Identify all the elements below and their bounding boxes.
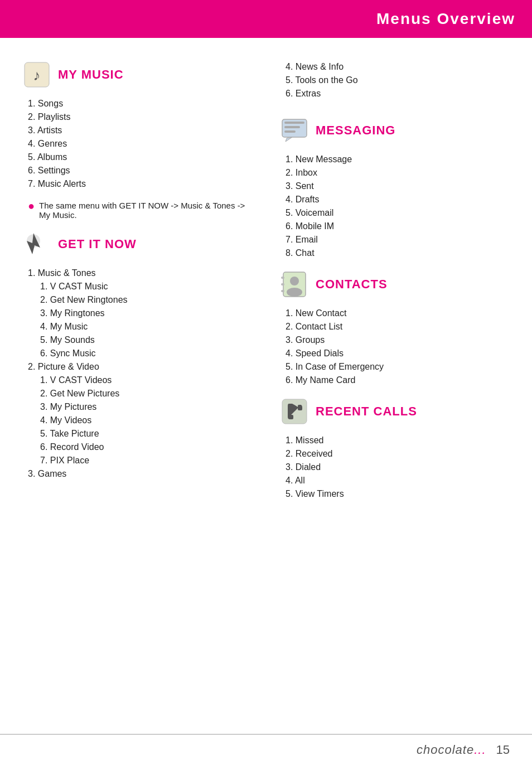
recent-calls-header: RECENT CALLS — [280, 397, 510, 426]
list-item: 1. Music & Tones — [28, 267, 252, 280]
list-item: 2. Contact List — [286, 320, 510, 333]
header: Menus Overview — [0, 0, 532, 38]
list-item: 3. Sent — [286, 180, 510, 193]
list-item: 5. Tools on the Go — [286, 74, 510, 87]
svg-point-10 — [290, 277, 299, 285]
list-item: 6. Extras — [286, 87, 510, 100]
list-item: 4. My Videos — [28, 414, 252, 427]
list-item: 2. Received — [286, 447, 510, 461]
page-number: 15 — [496, 743, 510, 757]
list-item: 7. PIX Place — [28, 454, 252, 467]
brand-logo: chocolate... — [417, 743, 486, 757]
list-item: 3. Games — [28, 467, 252, 481]
list-item: 8. Chat — [286, 246, 510, 260]
note-text: The same menu with GET IT NOW -> Music &… — [39, 201, 252, 220]
list-item: 5. My Sounds — [28, 333, 252, 347]
bullet-icon: ● — [28, 200, 35, 212]
list-item: 1. V CAST Music — [28, 280, 252, 293]
list-item: 6. Mobile IM — [286, 220, 510, 233]
footer: chocolate... 15 — [0, 734, 532, 765]
list-item: 1. Songs — [28, 97, 252, 110]
svg-rect-12 — [281, 277, 284, 279]
contacts-header: CONTACTS — [280, 270, 510, 299]
list-item: 7. Email — [286, 233, 510, 246]
contacts-title: CONTACTS — [316, 277, 388, 292]
my-music-list: 1. Songs 2. Playlists 3. Artists 4. Genr… — [22, 97, 252, 191]
recent-calls-title: RECENT CALLS — [316, 404, 417, 419]
messaging-title: MESSAGING — [316, 123, 395, 138]
list-item: 5. Voicemail — [286, 206, 510, 220]
messaging-header: MESSAGING — [280, 116, 510, 145]
list-item: 4. Speed Dials — [286, 347, 510, 360]
svg-rect-14 — [281, 290, 284, 292]
list-item: 6. Settings — [28, 164, 252, 177]
contacts-icon — [280, 270, 309, 299]
list-item: 2. Playlists — [28, 110, 252, 124]
messaging-list: 1. New Message 2. Inbox 3. Sent 4. Draft… — [280, 153, 510, 260]
list-item: 3. Artists — [28, 124, 252, 137]
list-item: 4. Drafts — [286, 193, 510, 206]
list-item: 3. My Pictures — [28, 400, 252, 414]
svg-rect-5 — [284, 122, 304, 124]
list-item: 5. In Case of Emergency — [286, 360, 510, 374]
recent-calls-icon — [280, 397, 309, 426]
list-item: 1. Missed — [286, 434, 510, 447]
contacts-list: 1. New Contact 2. Contact List 3. Groups… — [280, 307, 510, 387]
list-item: 5. Albums — [28, 151, 252, 164]
list-item: 6. Sync Music — [28, 347, 252, 360]
get-it-now-title: GET IT NOW — [58, 237, 137, 251]
svg-text:♪: ♪ — [33, 67, 41, 84]
list-item: 2. Get New Pictures — [28, 387, 252, 400]
list-item: 4. News & Info — [286, 60, 510, 74]
right-column: 4. News & Info 5. Tools on the Go 6. Ext… — [269, 55, 510, 511]
my-music-icon: ♪ — [22, 60, 51, 89]
recent-calls-list: 1. Missed 2. Received 3. Dialed 4. All 5… — [280, 434, 510, 501]
list-item: 6. My Name Card — [286, 374, 510, 387]
get-it-now-extra-list: 4. News & Info 5. Tools on the Go 6. Ext… — [280, 60, 510, 100]
get-it-now-header: GET IT NOW — [22, 230, 252, 259]
list-item: 7. Music Alerts — [28, 177, 252, 191]
list-item: 4. My Music — [28, 320, 252, 333]
list-item: 2. Get New Ringtones — [28, 293, 252, 307]
list-item: 3. My Ringtones — [28, 307, 252, 320]
svg-marker-8 — [286, 137, 292, 142]
get-it-now-icon — [22, 230, 51, 259]
header-title: Menus Overview — [376, 10, 515, 27]
list-item: 3. Dialed — [286, 461, 510, 474]
list-item: 1. V CAST Videos — [28, 374, 252, 387]
svg-rect-13 — [281, 283, 284, 285]
list-item: 4. Genres — [28, 137, 252, 151]
svg-rect-6 — [284, 126, 300, 128]
list-item: 6. Record Video — [28, 440, 252, 454]
list-item: 2. Inbox — [286, 166, 510, 180]
svg-point-11 — [287, 288, 302, 297]
get-it-now-list: 1. Music & Tones 1. V CAST Music 2. Get … — [22, 267, 252, 481]
list-item: 1. New Contact — [286, 307, 510, 320]
left-column: ♪ MY MUSIC 1. Songs 2. Playlists 3. Arti… — [22, 55, 269, 511]
my-music-header: ♪ MY MUSIC — [22, 60, 252, 89]
list-item: 5. View Timers — [286, 487, 510, 501]
svg-rect-7 — [284, 130, 296, 133]
messaging-icon — [280, 116, 309, 145]
list-item: 3. Groups — [286, 333, 510, 347]
list-item: 1. New Message — [286, 153, 510, 166]
list-item: 4. All — [286, 474, 510, 487]
list-item: 5. Take Picture — [28, 427, 252, 440]
my-music-note: ● The same menu with GET IT NOW -> Music… — [28, 201, 252, 220]
list-item: 2. Picture & Video — [28, 360, 252, 374]
my-music-title: MY MUSIC — [58, 67, 124, 82]
